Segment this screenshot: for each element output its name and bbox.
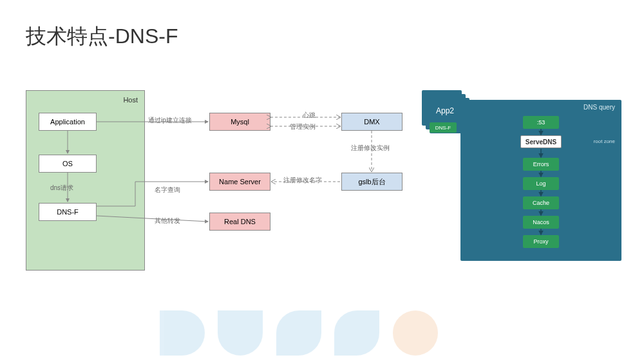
gslb-node: gslb后台: [341, 173, 402, 191]
register-instance-label: 注册修改实例: [351, 144, 390, 153]
page-title: 技术特点-DNS-F: [26, 23, 178, 51]
port-53-box: :53: [523, 116, 559, 129]
wm-letter-o: [393, 310, 438, 356]
app2-stack: App2 DNS-F: [422, 90, 473, 138]
root-zone-label: root zone: [594, 138, 615, 144]
wm-letter-b2: [334, 310, 379, 356]
architecture-diagram: Host Application OS DNS-F Mysql Name Ser…: [19, 90, 412, 271]
mysql-node: Mysql: [209, 113, 270, 131]
other-forward-label: 其他转发: [155, 216, 180, 225]
nameserver-node: Name Server: [209, 173, 270, 191]
dns-query-diagram: DNS query :53 ServeDNS root zone Errors …: [422, 90, 628, 264]
wm-letter-u: [218, 310, 263, 356]
register-name-label: 注册修改名字: [283, 176, 322, 185]
servedns-box: ServeDNS: [520, 135, 562, 148]
host-label: Host: [123, 96, 138, 104]
dubbo-watermark: [155, 310, 489, 362]
nacos-box: Nacos: [523, 216, 559, 229]
wm-letter-d: [160, 310, 205, 356]
dnsf-mini-badge: DNS-F: [430, 122, 457, 133]
manage-instance-label: 管理实例: [290, 122, 316, 131]
log-box: Log: [523, 177, 559, 190]
proxy-box: Proxy: [523, 235, 559, 248]
dns-panel: DNS query :53 ServeDNS root zone Errors …: [460, 100, 621, 261]
dmx-node: DMX: [341, 113, 402, 131]
app2-label: App2: [436, 106, 454, 115]
cache-box: Cache: [523, 196, 559, 209]
dns-request-label: dns请求: [50, 184, 73, 193]
errors-box: Errors: [523, 158, 559, 171]
wm-letter-b1: [276, 310, 321, 356]
application-node: Application: [39, 113, 97, 131]
heartbeat-label: 心跳: [303, 111, 316, 120]
dnsf-node: DNS-F: [39, 203, 97, 221]
dns-query-label: DNS query: [583, 104, 615, 111]
name-query-label: 名字查询: [155, 186, 180, 195]
realdns-node: Real DNS: [209, 213, 270, 231]
os-node: OS: [39, 155, 97, 173]
connect-via-ip-label: 通过ip建立连接: [148, 116, 192, 125]
